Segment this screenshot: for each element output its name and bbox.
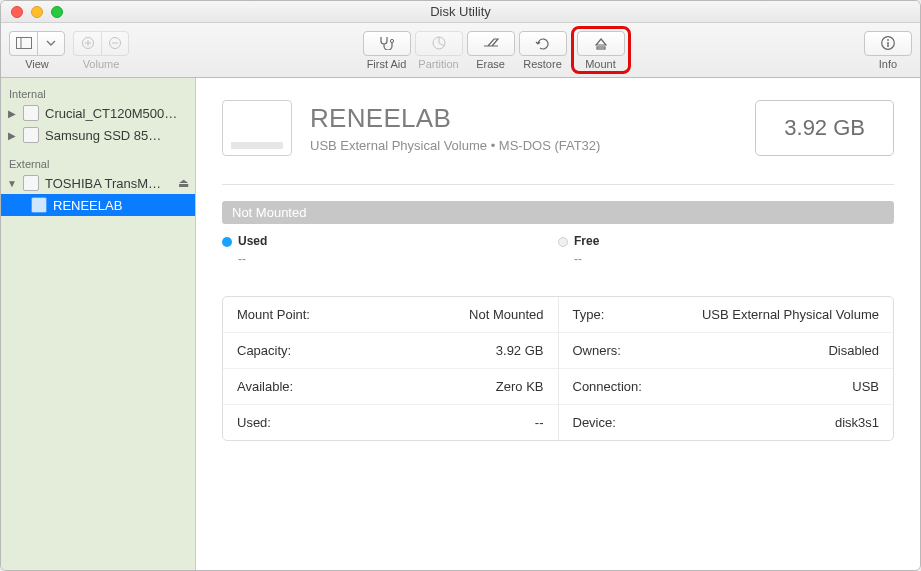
usage-free: Free -- (558, 234, 894, 266)
disclosure-triangle-icon[interactable]: ▶ (7, 108, 17, 119)
info-row: Capacity:3.92 GB (223, 333, 558, 369)
toolbar-volume-group: Volume (73, 31, 129, 70)
stethoscope-icon (378, 36, 396, 50)
info-row: Connection:USB (559, 369, 894, 405)
svg-point-7 (390, 39, 393, 42)
toolbar-info-label: Info (879, 58, 897, 70)
sidebar-item-external-volume[interactable]: RENEELAB (1, 194, 195, 216)
restore-button[interactable] (519, 31, 567, 56)
disk-icon (23, 127, 39, 143)
info-row: Owners:Disabled (559, 333, 894, 369)
info-val: USB External Physical Volume (702, 307, 879, 322)
sidebar-view-icon (16, 37, 32, 49)
usage-used: Used -- (222, 234, 558, 266)
info-col-left: Mount Point:Not Mounted Capacity:3.92 GB… (223, 297, 559, 440)
status-bar: Not Mounted (222, 201, 894, 224)
info-val: Zero KB (496, 379, 544, 394)
sidebar-item-label: TOSHIBA TransM… (45, 176, 161, 191)
sidebar-item-label: RENEELAB (53, 198, 122, 213)
info-card: Mount Point:Not Mounted Capacity:3.92 GB… (222, 296, 894, 441)
toolbar-firstaid-group: First Aid (363, 31, 411, 70)
disclosure-triangle-icon[interactable]: ▼ (7, 178, 17, 189)
toolbar-mount-label: Mount (585, 58, 616, 70)
volume-icon (31, 197, 47, 213)
first-aid-button[interactable] (363, 31, 411, 56)
mount-highlight: Mount (571, 26, 631, 74)
divider (222, 184, 894, 185)
volume-subtitle: USB External Physical Volume • MS-DOS (F… (310, 138, 600, 153)
toolbar-partition-group: Partition (415, 31, 463, 70)
info-val: Not Mounted (469, 307, 543, 322)
info-col-right: Type:USB External Physical Volume Owners… (559, 297, 894, 440)
disk-icon (23, 105, 39, 121)
toolbar: View Volume First Aid (1, 23, 920, 78)
info-key: Connection: (573, 379, 642, 394)
chevron-down-icon (46, 40, 56, 46)
sidebar-item-external-disk[interactable]: ▼ TOSHIBA TransM… ⏏ (1, 172, 195, 194)
mount-button[interactable] (577, 31, 625, 56)
window-title: Disk Utility (1, 4, 920, 19)
toolbar-info-group: Info (864, 31, 912, 70)
volume-remove-button (101, 31, 129, 56)
toolbar-mount-group: Mount (577, 31, 625, 70)
titlebar: Disk Utility (1, 1, 920, 23)
info-key: Used: (237, 415, 271, 430)
body: Internal ▶ Crucial_CT120M500… ▶ Samsung … (1, 78, 920, 570)
info-key: Available: (237, 379, 293, 394)
info-row: Device:disk3s1 (559, 405, 894, 440)
svg-rect-9 (597, 47, 605, 49)
info-row: Type:USB External Physical Volume (559, 297, 894, 333)
info-key: Owners: (573, 343, 621, 358)
info-val: disk3s1 (835, 415, 879, 430)
sidebar-item-label: Samsung SSD 85… (45, 128, 161, 143)
info-row: Available:Zero KB (223, 369, 558, 405)
svg-point-11 (887, 39, 889, 41)
info-row: Mount Point:Not Mounted (223, 297, 558, 333)
toolbar-erase-label: Erase (476, 58, 505, 70)
free-value: -- (574, 252, 894, 266)
volume-title-block: RENEELAB USB External Physical Volume • … (310, 103, 600, 153)
sidebar-item-internal-1[interactable]: ▶ Samsung SSD 85… (1, 124, 195, 146)
volume-large-icon (222, 100, 292, 156)
toolbar-restore-label: Restore (523, 58, 562, 70)
info-key: Device: (573, 415, 616, 430)
free-bullet-icon (558, 237, 568, 247)
info-key: Capacity: (237, 343, 291, 358)
external-disk-icon (23, 175, 39, 191)
main-panel: RENEELAB USB External Physical Volume • … (196, 78, 920, 570)
disclosure-triangle-icon[interactable]: ▶ (7, 130, 17, 141)
toolbar-partition-label: Partition (418, 58, 458, 70)
toolbar-view-group: View (9, 31, 65, 70)
used-label: Used (238, 234, 267, 248)
free-label: Free (574, 234, 599, 248)
info-key: Type: (573, 307, 605, 322)
eject-icon[interactable]: ⏏ (178, 176, 189, 190)
volume-add-button (73, 31, 101, 56)
svg-rect-0 (16, 38, 31, 49)
view-dropdown-button[interactable] (37, 31, 65, 56)
erase-button[interactable] (467, 31, 515, 56)
info-button[interactable] (864, 31, 912, 56)
volume-size-box: 3.92 GB (755, 100, 894, 156)
volume-name: RENEELAB (310, 103, 600, 134)
info-icon (880, 35, 896, 51)
used-value: -- (238, 252, 558, 266)
info-val: 3.92 GB (496, 343, 544, 358)
volume-header: RENEELAB USB External Physical Volume • … (222, 100, 894, 156)
sidebar-item-label: Crucial_CT120M500… (45, 106, 177, 121)
sidebar-header-external: External (1, 154, 195, 172)
info-val: -- (535, 415, 544, 430)
volume-minus-icon (108, 36, 122, 50)
info-key: Mount Point: (237, 307, 310, 322)
sidebar-item-internal-0[interactable]: ▶ Crucial_CT120M500… (1, 102, 195, 124)
sidebar-header-internal: Internal (1, 84, 195, 102)
view-mode-button[interactable] (9, 31, 37, 56)
partition-button (415, 31, 463, 56)
info-val: USB (852, 379, 879, 394)
pie-icon (431, 35, 447, 51)
mount-icon (594, 37, 608, 51)
restore-icon (535, 36, 551, 50)
used-bullet-icon (222, 237, 232, 247)
toolbar-erase-group: Erase (467, 31, 515, 70)
toolbar-view-label: View (25, 58, 49, 70)
